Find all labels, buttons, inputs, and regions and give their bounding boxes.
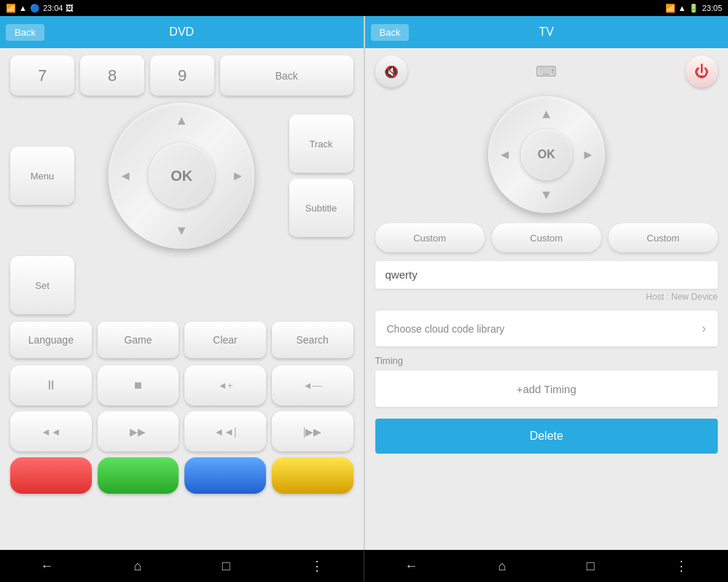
- status-bar-left: 📶 ▲ 🔵 23:04 🖼: [6, 4, 74, 13]
- search-box: [375, 261, 719, 289]
- cloud-library-row[interactable]: Choose cloud code library ›: [375, 311, 719, 346]
- dvd-body: 7 8 9 Back Menu ▲ ▼ ◄ ► OK T: [0, 48, 364, 550]
- host-label: Host : New Device: [375, 292, 719, 302]
- dvd-header: Back DVD: [0, 16, 364, 48]
- prev-track-button[interactable]: ◄◄|: [184, 411, 266, 451]
- media-row-2: ◄◄ ▶▶ ◄◄| |▶▶: [10, 411, 353, 451]
- volume-down-button[interactable]: ◄—: [272, 365, 353, 406]
- lang-row: Language Game Clear Search: [10, 322, 353, 358]
- custom-button-3[interactable]: Custom: [608, 223, 718, 252]
- mute-icon: 🔇: [384, 65, 399, 79]
- status-time-left: 23:04: [43, 4, 63, 12]
- timing-label: Timing: [375, 355, 719, 366]
- search-button[interactable]: Search: [272, 322, 353, 358]
- set-button[interactable]: Set: [10, 256, 74, 314]
- delete-button[interactable]: Delete: [375, 419, 719, 454]
- tv-header: Back TV: [365, 16, 729, 48]
- wifi-icon-right: ▲: [678, 4, 686, 12]
- nav-menu-icon-left[interactable]: ⋮: [310, 558, 324, 574]
- tv-dpad-left-arrow[interactable]: ◄: [498, 147, 512, 163]
- tv-dpad-wrapper: ▲ ▼ ◄ ► OK: [375, 96, 719, 213]
- volume-up-button[interactable]: ◄+: [184, 365, 266, 406]
- chevron-right-icon: ›: [702, 321, 706, 336]
- tv-dpad-down-arrow[interactable]: ▼: [540, 187, 553, 203]
- green-button[interactable]: [98, 457, 179, 494]
- blue-button[interactable]: [184, 457, 266, 494]
- button-7[interactable]: 7: [10, 55, 74, 96]
- tv-dpad: ▲ ▼ ◄ ► OK: [488, 96, 605, 213]
- dpad-container: ▲ ▼ ◄ ► OK: [80, 103, 283, 249]
- status-bar-right: 📶 ▲ 🔋 23:05: [665, 4, 722, 13]
- dpad: ▲ ▼ ◄ ► OK: [109, 103, 254, 249]
- add-timing-button[interactable]: +add Timing: [375, 370, 719, 407]
- search-input[interactable]: [385, 268, 708, 281]
- nav-home-icon-right[interactable]: ⌂: [498, 559, 506, 574]
- dpad-down-arrow[interactable]: ▼: [175, 223, 188, 238]
- fast-forward-button[interactable]: ▶▶: [98, 411, 179, 451]
- tv-panel: Back TV 🔇 ⌨ ⏻ ▲ ▼ ◄: [364, 16, 729, 550]
- back-remote-button[interactable]: Back: [220, 55, 353, 96]
- bluetooth-icon: 🔵: [30, 4, 40, 13]
- status-bar: 📶 ▲ 🔵 23:04 🖼 📶 ▲ 🔋 23:05: [0, 0, 728, 16]
- tv-back-button[interactable]: Back: [371, 24, 410, 41]
- timing-section: Timing +add Timing: [375, 355, 719, 407]
- dvd-back-button[interactable]: Back: [6, 24, 44, 41]
- subtitle-button[interactable]: Subtitle: [289, 179, 353, 237]
- nav-left: ← ⌂ □ ⋮: [0, 550, 364, 582]
- dpad-row: Menu ▲ ▼ ◄ ► OK Track Subtitle: [10, 103, 353, 249]
- nav-back-icon-left[interactable]: ←: [40, 559, 53, 574]
- nav-right: ← ⌂ □ ⋮: [364, 550, 728, 582]
- clear-button[interactable]: Clear: [184, 322, 266, 358]
- custom-button-1[interactable]: Custom: [375, 223, 485, 252]
- keyboard-button[interactable]: ⌨: [536, 63, 557, 80]
- menu-button[interactable]: Menu: [10, 147, 74, 205]
- red-button[interactable]: [10, 457, 92, 494]
- set-row: Set: [10, 256, 353, 314]
- pause-button[interactable]: ⏸: [10, 365, 92, 406]
- status-time-right: 23:05: [702, 4, 722, 12]
- battery-icon: 🔋: [689, 4, 699, 13]
- track-button[interactable]: Track: [289, 115, 353, 173]
- tv-title: TV: [539, 26, 554, 39]
- button-9[interactable]: 9: [150, 55, 214, 96]
- next-track-button[interactable]: |▶▶: [272, 411, 353, 451]
- button-8[interactable]: 8: [80, 55, 144, 96]
- tv-body: 🔇 ⌨ ⏻ ▲ ▼ ◄ ► OK: [365, 48, 729, 550]
- number-row: 7 8 9 Back: [10, 55, 353, 96]
- navigation-bar: ← ⌂ □ ⋮ ← ⌂ □ ⋮: [0, 550, 728, 582]
- language-button[interactable]: Language: [10, 322, 92, 358]
- nav-recent-icon-left[interactable]: □: [222, 559, 230, 574]
- yellow-button[interactable]: [272, 457, 353, 494]
- rewind-button[interactable]: ◄◄: [10, 411, 92, 451]
- ok-button[interactable]: OK: [149, 143, 214, 209]
- photo-icon: 🖼: [66, 4, 74, 12]
- nav-recent-icon-right[interactable]: □: [587, 559, 595, 574]
- tv-dpad-right-arrow[interactable]: ►: [582, 147, 595, 163]
- tv-dpad-up-arrow[interactable]: ▲: [540, 106, 553, 122]
- power-button[interactable]: ⏻: [686, 55, 718, 88]
- nav-back-icon-right[interactable]: ←: [404, 559, 418, 574]
- tv-ok-button[interactable]: OK: [521, 129, 572, 180]
- dpad-right-arrow[interactable]: ►: [231, 168, 244, 184]
- nav-menu-icon-right[interactable]: ⋮: [675, 558, 688, 574]
- phone-icon: 📶: [6, 4, 16, 13]
- media-row-1: ⏸ ■ ◄+ ◄—: [10, 365, 353, 406]
- mute-button[interactable]: 🔇: [375, 55, 407, 88]
- custom-button-2[interactable]: Custom: [492, 223, 601, 252]
- signal-icon-right: 📶: [665, 4, 676, 13]
- tv-top-row: 🔇 ⌨ ⏻: [375, 55, 719, 88]
- dvd-panel: Back DVD 7 8 9 Back Menu ▲ ▼ ◄ ►: [0, 16, 364, 550]
- color-row: [10, 457, 353, 494]
- keyboard-icon: ⌨: [536, 63, 557, 79]
- nav-home-icon-left[interactable]: ⌂: [133, 559, 141, 574]
- stop-button[interactable]: ■: [98, 365, 179, 406]
- main-content: Back DVD 7 8 9 Back Menu ▲ ▼ ◄ ►: [0, 16, 728, 550]
- wifi-icon-left: ▲: [19, 4, 27, 12]
- custom-buttons-row: Custom Custom Custom: [375, 223, 719, 252]
- dpad-left-arrow[interactable]: ◄: [119, 168, 132, 184]
- game-button[interactable]: Game: [98, 322, 179, 358]
- dpad-up-arrow[interactable]: ▲: [175, 113, 188, 128]
- dvd-title: DVD: [169, 26, 194, 39]
- track-subtitle-col: Track Subtitle: [289, 115, 353, 237]
- power-icon: ⏻: [694, 63, 709, 80]
